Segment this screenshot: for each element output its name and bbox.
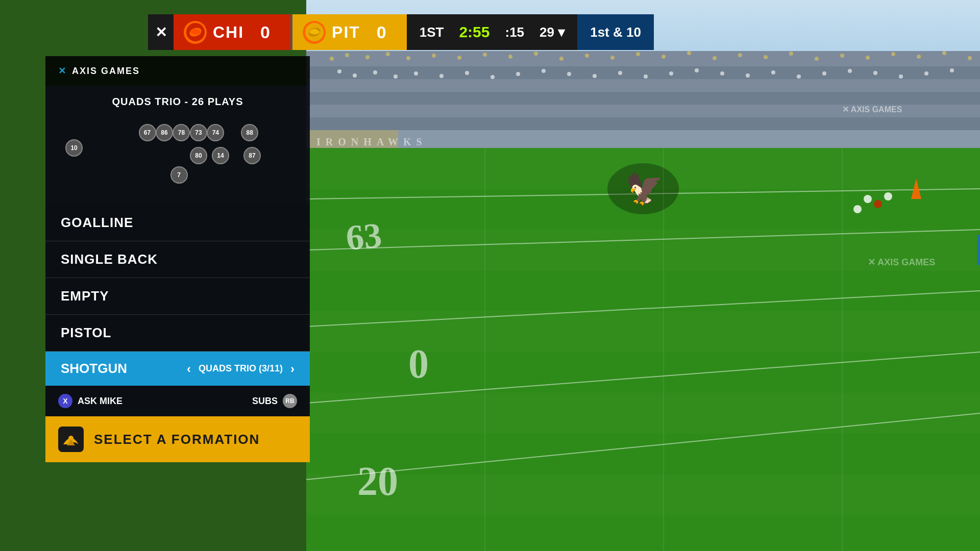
- svg-point-48: [669, 71, 673, 76]
- svg-point-56: [873, 71, 877, 75]
- svg-point-59: [950, 68, 954, 72]
- svg-point-50: [720, 71, 724, 76]
- svg-text:20: 20: [357, 459, 398, 504]
- player-67: 67: [139, 124, 156, 141]
- axis-logo-icon: ✕: [58, 65, 66, 77]
- formation-menu-list: GOALLINE SINGLE BACK EMPTY PISTOL SHOTGU…: [45, 205, 310, 386]
- svg-rect-6: [306, 117, 980, 130]
- svg-point-45: [593, 74, 597, 78]
- svg-point-41: [491, 75, 495, 79]
- player-78: 78: [173, 124, 190, 141]
- subs-label: SUBS: [252, 396, 278, 407]
- svg-point-33: [968, 56, 972, 60]
- singleback-label: SINGLE BACK: [61, 252, 158, 267]
- axis-games-label: AXIS GAMES: [72, 66, 140, 77]
- svg-point-18: [585, 54, 589, 58]
- svg-point-23: [713, 56, 717, 60]
- svg-point-47: [644, 74, 648, 79]
- svg-point-34: [337, 69, 341, 73]
- play-call-panel: ✕ AXIS GAMES QUADS TRIO - 26 PLAYS 10 67…: [45, 0, 310, 462]
- svg-text:IRONHAWKS: IRONHAWKS: [316, 136, 427, 147]
- svg-point-51: [746, 73, 750, 78]
- formation-diagram: QUADS TRIO - 26 PLAYS 10 67 86 78 73 74 …: [45, 86, 310, 205]
- active-formation-name: QUADS TRIO (3/11): [199, 363, 283, 374]
- bottom-controls-bar: X ASK MIKE SUBS RB: [45, 386, 310, 416]
- svg-point-85: [853, 205, 862, 213]
- formation-nav-left-arrow[interactable]: ‹: [187, 362, 191, 376]
- player-14: 14: [212, 147, 229, 164]
- ask-mike-button[interactable]: X ASK MIKE: [58, 394, 122, 408]
- svg-point-53: [797, 74, 801, 79]
- select-formation-footer[interactable]: SELECT A FORMATION: [45, 416, 310, 462]
- empty-label: EMPTY: [61, 288, 109, 304]
- svg-point-17: [559, 57, 564, 61]
- player-86: 86: [156, 124, 173, 141]
- formation-navigation: ‹ QUADS TRIO (3/11) ›: [187, 362, 295, 376]
- player-74: 74: [207, 124, 224, 141]
- svg-point-9: [365, 55, 370, 59]
- svg-rect-88: [977, 235, 980, 265]
- svg-point-36: [373, 70, 377, 74]
- player-10: 10: [65, 139, 83, 157]
- svg-point-16: [534, 52, 538, 56]
- svg-text:63: 63: [345, 215, 383, 258]
- svg-point-8: [345, 53, 349, 57]
- menu-item-shotgun-active[interactable]: SHOTGUN ‹ QUADS TRIO (3/11) ›: [45, 352, 310, 386]
- menu-item-empty[interactable]: EMPTY: [45, 278, 310, 315]
- svg-point-82: [864, 195, 872, 203]
- svg-point-42: [516, 72, 520, 76]
- menu-item-pistol[interactable]: PISTOL: [45, 315, 310, 352]
- crowd-background: IRONHAWKS ✕ AXIS GAMES: [306, 51, 980, 158]
- svg-point-13: [457, 56, 461, 60]
- svg-point-57: [899, 74, 903, 79]
- svg-point-58: [924, 71, 928, 76]
- svg-point-10: [386, 52, 390, 56]
- down-distance: 1st & 10: [577, 14, 654, 50]
- menu-item-singleback[interactable]: SINGLE BACK: [45, 241, 310, 278]
- game-clock: 2:55: [459, 23, 489, 41]
- select-formation-cta: SELECT A FORMATION: [94, 432, 260, 447]
- svg-point-25: [764, 55, 768, 59]
- svg-text:✕ AXIS GAMES: ✕ AXIS GAMES: [868, 257, 935, 267]
- svg-point-43: [542, 69, 546, 73]
- timeout-indicator[interactable]: 29 ▾: [540, 24, 565, 40]
- play-clock: :15: [505, 24, 524, 40]
- pistol-label: PISTOL: [61, 325, 111, 340]
- svg-text:✕ AXIS GAMES: ✕ AXIS GAMES: [842, 105, 902, 114]
- formation-nav-right-arrow[interactable]: ›: [290, 362, 295, 376]
- svg-rect-68: [306, 474, 980, 515]
- svg-point-52: [771, 70, 775, 74]
- axis-games-header: ✕ AXIS GAMES: [45, 56, 310, 86]
- svg-point-54: [822, 71, 826, 76]
- svg-point-32: [942, 51, 946, 55]
- svg-point-37: [394, 74, 398, 79]
- formation-title: QUADS TRIO - 26 PLAYS: [56, 96, 300, 108]
- svg-point-11: [406, 56, 410, 60]
- pit-team-name: PIT: [332, 23, 360, 42]
- svg-point-38: [414, 71, 418, 76]
- pit-score: 0: [366, 22, 397, 42]
- svg-point-39: [439, 74, 444, 78]
- subs-button[interactable]: SUBS RB: [252, 394, 297, 408]
- svg-point-27: [815, 57, 819, 61]
- svg-point-26: [789, 52, 793, 56]
- goalline-label: GOALLINE: [61, 215, 133, 230]
- svg-point-28: [840, 54, 844, 58]
- svg-point-29: [866, 56, 870, 60]
- svg-point-15: [508, 55, 512, 59]
- svg-point-22: [687, 51, 691, 55]
- formation-field-display: 10 67 86 78 73 74 88 80 14 87 7: [56, 118, 300, 194]
- player-87: 87: [243, 147, 261, 164]
- rb-button-icon: RB: [283, 394, 297, 408]
- svg-point-19: [610, 56, 615, 60]
- svg-point-35: [353, 73, 357, 78]
- svg-point-49: [695, 68, 699, 72]
- svg-point-44: [567, 72, 571, 76]
- ask-mike-label: ASK MIKE: [78, 396, 122, 407]
- svg-point-31: [917, 55, 921, 59]
- menu-item-goalline[interactable]: GOALLINE: [45, 205, 310, 241]
- svg-rect-3: [306, 79, 980, 92]
- svg-point-21: [662, 55, 666, 59]
- football-field: 63 0 20 🦅 ✕ AXIS GAMES: [306, 148, 980, 551]
- svg-point-12: [432, 54, 436, 58]
